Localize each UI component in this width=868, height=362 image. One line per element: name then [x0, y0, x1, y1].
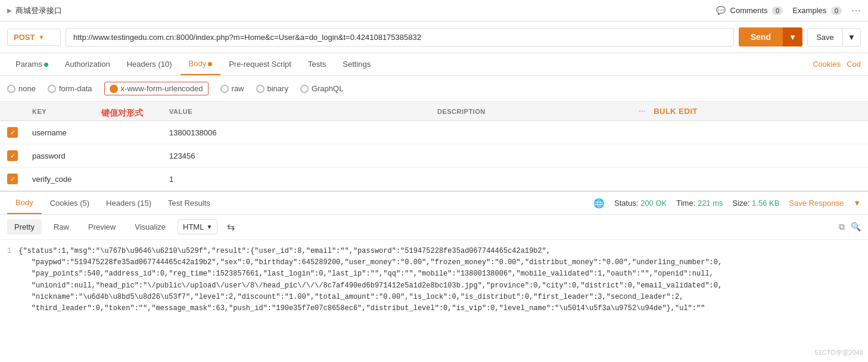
- url-bar: POST ▼ Send ▼ Save ▼: [0, 21, 868, 53]
- code-line-5: "nickname":"\u6d4b\u8bd5\u8d26\u53f7","l…: [7, 292, 861, 303]
- row1-value[interactable]: 13800138006: [162, 121, 430, 144]
- code-line-1: 1 {"status":1,"msg":"\u767b\u9646\u6210\…: [7, 246, 861, 257]
- examples-button[interactable]: Examples 0: [792, 6, 842, 15]
- bulk-edit-button[interactable]: Bulk Edit: [654, 107, 698, 116]
- code-line-2: "paypwd":"519475228fe35ad067744465c42a19…: [7, 257, 861, 268]
- code-line-3: "pay_points":540,"address_id":0,"reg_tim…: [7, 268, 861, 280]
- row3-checkbox[interactable]: ✓: [7, 174, 18, 184]
- status-label: Status: 200 OK: [614, 199, 667, 208]
- url-input[interactable]: [66, 28, 734, 47]
- tab-settings[interactable]: Settings: [334, 54, 379, 75]
- expand-icon[interactable]: ▶: [7, 7, 12, 14]
- method-label: POST: [14, 33, 35, 42]
- tab-body[interactable]: Body: [181, 53, 221, 75]
- format-tab-preview[interactable]: Preview: [81, 219, 123, 234]
- examples-badge: 0: [831, 7, 842, 15]
- response-tabs: Body Cookies (5) Headers (15) Test Resul…: [0, 192, 868, 215]
- save-response-button[interactable]: Save Response: [789, 199, 844, 208]
- table-row: ✓ verify_code 1: [0, 168, 868, 191]
- top-bar-actions: 💬 Comments 0 Examples 0 ⋯: [716, 5, 861, 16]
- format-chevron-icon: ▼: [206, 224, 212, 230]
- tabs-right: Cookies Cod: [813, 60, 861, 69]
- save-response-arrow[interactable]: ▼: [853, 199, 861, 208]
- row2-key[interactable]: password: [25, 144, 162, 168]
- row1-description[interactable]: [430, 121, 631, 144]
- word-wrap-icon[interactable]: ⇆: [227, 221, 235, 233]
- tab-headers[interactable]: Headers (10): [119, 54, 181, 75]
- save-button-group: Save ▼: [807, 28, 861, 47]
- radio-graphql: [300, 85, 309, 93]
- code-content-2: "paypwd":"519475228fe35ad067744465c42a19…: [14, 257, 722, 268]
- size-label: Size: 1.56 KB: [733, 199, 780, 208]
- row3-key[interactable]: verify_code: [25, 168, 162, 191]
- th-actions: ⋯ Bulk Edit: [631, 102, 868, 121]
- response-tab-test-results[interactable]: Test Results: [160, 193, 219, 214]
- row1-key[interactable]: username: [25, 121, 162, 144]
- send-dropdown-button[interactable]: ▼: [783, 27, 802, 47]
- radio-raw: [220, 85, 229, 93]
- body-type-options: none form-data x-www-form-urlencoded raw…: [0, 76, 868, 102]
- method-dropdown[interactable]: POST ▼: [7, 29, 61, 46]
- row1-checkbox[interactable]: ✓: [7, 127, 18, 138]
- code-content-4: "unionid":null,"head_pic":"\/public\/upl…: [14, 280, 722, 292]
- row3-description[interactable]: [430, 168, 631, 191]
- option-urlencoded[interactable]: x-www-form-urlencoded: [104, 82, 209, 95]
- code-line-4: "unionid":null,"head_pic":"\/public\/upl…: [7, 280, 861, 292]
- col-header-description: DESCRIPTION: [430, 102, 631, 121]
- radio-urlencoded: [110, 85, 118, 93]
- line-number-1: 1: [7, 246, 11, 257]
- send-button-group: Send ▼: [739, 27, 802, 47]
- response-tab-body[interactable]: Body: [7, 192, 42, 214]
- tab-pre-request[interactable]: Pre-request Script: [220, 54, 300, 75]
- tab-tests[interactable]: Tests: [300, 54, 334, 75]
- time-value: 221 ms: [698, 199, 723, 208]
- size-value: 1.56 KB: [752, 199, 779, 208]
- table-row: ✓ username 13800138006: [0, 121, 868, 144]
- body-dot: [208, 62, 212, 66]
- row2-value[interactable]: 123456: [162, 144, 430, 168]
- request-title: ▶ 商城登录接口: [7, 5, 62, 16]
- title-text: 商城登录接口: [15, 5, 62, 16]
- option-form-data[interactable]: form-data: [48, 84, 92, 93]
- option-raw[interactable]: raw: [220, 84, 244, 93]
- code-link[interactable]: Cod: [847, 60, 861, 69]
- response-code-area: 1 {"status":1,"msg":"\u767b\u9646\u6210\…: [0, 240, 868, 320]
- table-row: ✓ password 123456: [0, 144, 868, 168]
- params-dot: [44, 63, 48, 67]
- save-button[interactable]: Save: [808, 29, 842, 46]
- kv-table-wrapper: 键值对形式 KEY VALUE DESCRIPTION ⋯ Bulk Edit …: [0, 102, 868, 191]
- globe-icon: 🌐: [593, 198, 605, 209]
- request-tabs: Params Authorization Headers (10) Body P…: [0, 53, 868, 76]
- format-tab-raw[interactable]: Raw: [46, 219, 76, 234]
- more-options-icon[interactable]: ⋯: [851, 5, 861, 16]
- code-content-1: {"status":1,"msg":"\u767b\u9646\u6210\u5…: [18, 246, 550, 257]
- cookies-link[interactable]: Cookies: [813, 60, 841, 69]
- radio-form-data: [48, 85, 56, 93]
- send-button[interactable]: Send: [739, 27, 783, 47]
- comments-button[interactable]: 💬 Comments 0: [716, 6, 783, 15]
- save-dropdown-button[interactable]: ▼: [842, 29, 860, 46]
- tab-params[interactable]: Params: [7, 54, 57, 75]
- response-tab-cookies[interactable]: Cookies (5): [42, 193, 98, 214]
- option-graphql[interactable]: GraphQL: [300, 84, 343, 93]
- format-type-dropdown[interactable]: HTML ▼: [178, 219, 217, 234]
- response-section: Body Cookies (5) Headers (15) Test Resul…: [0, 191, 868, 320]
- row2-checkbox[interactable]: ✓: [7, 150, 18, 161]
- response-tab-headers[interactable]: Headers (15): [98, 193, 160, 214]
- row2-description[interactable]: [430, 144, 631, 168]
- copy-icon[interactable]: ⧉: [839, 222, 845, 232]
- annotation-text: 键值对形式: [101, 108, 143, 119]
- search-icon[interactable]: 🔍: [851, 222, 861, 232]
- format-bar: Pretty Raw Preview Visualize HTML ▼ ⇆ ⧉ …: [0, 215, 868, 240]
- option-none[interactable]: none: [7, 84, 36, 93]
- tab-authorization[interactable]: Authorization: [57, 54, 119, 75]
- more-icon[interactable]: ⋯: [639, 108, 646, 115]
- method-chevron-icon: ▼: [38, 34, 44, 41]
- option-binary[interactable]: binary: [256, 84, 288, 93]
- response-status-bar: 🌐 Status: 200 OK Time: 221 ms Size: 1.56…: [593, 198, 861, 209]
- code-line-6: "third_leader":0,"token":"","message_mas…: [7, 303, 861, 314]
- row3-value[interactable]: 1: [162, 168, 430, 191]
- format-tab-pretty[interactable]: Pretty: [7, 219, 42, 234]
- format-tab-visualize[interactable]: Visualize: [127, 219, 173, 234]
- code-content-3: "pay_points":540,"address_id":0,"reg_tim…: [14, 268, 714, 280]
